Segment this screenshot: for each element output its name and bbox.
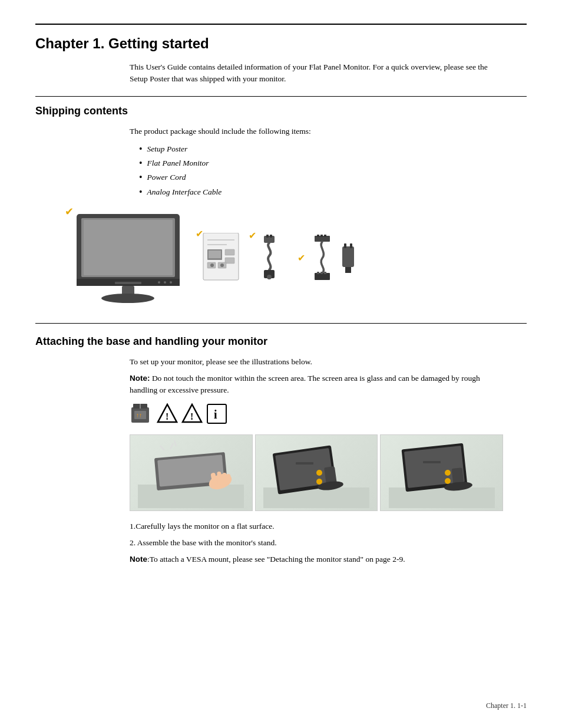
shipping-intro: The product package should include the f… <box>130 126 503 137</box>
note-text: Do not touch the monitor within the scre… <box>130 374 480 394</box>
vesa-note-label: Note <box>130 555 147 564</box>
page-footer: Chapter 1. 1-1 <box>486 701 527 710</box>
warning-triangle-2-icon: ! <box>181 403 203 424</box>
svg-rect-32 <box>320 272 323 274</box>
list-item: Setup Poster <box>139 142 503 156</box>
svg-rect-29 <box>324 235 326 237</box>
svg-rect-67 <box>296 462 313 465</box>
shipping-list: Setup Poster Flat Panel Monitor Power Co… <box>139 142 503 199</box>
attaching-intro: To set up your monitor, please see the i… <box>130 356 503 368</box>
svg-point-6 <box>101 294 154 303</box>
poster-checkbox-icon: ✔ <box>196 228 203 239</box>
powercord-svg <box>253 235 286 282</box>
shipping-heading: Shipping contents <box>35 105 527 117</box>
shipping-illustrations: ✔ <box>71 211 527 305</box>
svg-rect-35 <box>344 243 346 248</box>
svg-rect-75 <box>423 461 441 463</box>
list-item: Flat Panel Monitor <box>139 156 503 170</box>
powercord-group: ✔ <box>253 235 286 282</box>
svg-text:i: i <box>214 408 217 421</box>
attaching-note: Note: Do not touch the monitor within th… <box>130 373 503 397</box>
page: Chapter 1. Getting started This User's G… <box>0 0 562 728</box>
assembly-step2-image <box>255 434 378 511</box>
top-divider <box>35 24 527 25</box>
warning-icons-row: ↑↑ ! ! i <box>130 403 503 425</box>
shipping-content: The product package should include the f… <box>130 126 503 199</box>
vesa-note-text: :To attach a VESA mount, please see "Det… <box>147 555 405 564</box>
step3-svg <box>389 437 495 508</box>
attaching-content: To set up your monitor, please see the i… <box>130 356 503 566</box>
warning-triangle-1-icon: ! <box>157 403 178 424</box>
svg-text:!: ! <box>166 411 168 421</box>
svg-line-59 <box>174 440 176 446</box>
note-label: Note: <box>130 374 150 383</box>
svg-rect-36 <box>350 243 352 248</box>
monitor-illustration: ✔ <box>71 211 189 305</box>
svg-rect-23 <box>270 235 272 238</box>
svg-text:↑↑: ↑↑ <box>136 412 142 419</box>
svg-point-66 <box>316 479 322 485</box>
powercord-checkbox-icon: ✔ <box>249 230 256 241</box>
info-box-icon: i <box>206 403 227 424</box>
assembly-images-row <box>130 434 503 511</box>
svg-point-20 <box>220 263 224 267</box>
shipping-divider <box>35 96 527 97</box>
list-item: Analog Interface Cable <box>139 185 503 199</box>
power-block-svg <box>339 235 357 282</box>
step2-text: 2. Assemble the base with the monitor's … <box>130 537 503 549</box>
svg-rect-14 <box>209 251 221 258</box>
footer-text: Chapter 1. 1-1 <box>486 701 527 710</box>
step2-svg <box>263 437 369 508</box>
svg-rect-27 <box>317 235 319 237</box>
monitor-svg <box>71 211 189 305</box>
chapter-intro: This User's Guide contains detailed info… <box>130 61 503 85</box>
step1-svg <box>138 437 244 508</box>
connector-svg <box>308 235 337 282</box>
assembly-step1-image <box>130 434 253 511</box>
vesa-note: Note:To attach a VESA mount, please see … <box>130 554 503 565</box>
connector-checkbox-icon: ✔ <box>297 252 305 263</box>
poster-group: ✔ <box>200 233 242 283</box>
svg-rect-16 <box>225 258 234 263</box>
attaching-divider <box>35 323 527 324</box>
svg-point-73 <box>445 470 451 476</box>
svg-point-7 <box>158 281 160 284</box>
chapter-title: Chapter 1. Getting started <box>35 35 527 52</box>
step1-text: 1.Carefully lays the monitor on a flat s… <box>130 521 503 532</box>
assembly-step3-image <box>380 434 503 511</box>
svg-line-57 <box>170 443 173 449</box>
step-notes: 1.Carefully lays the monitor on a flat s… <box>130 521 503 566</box>
connector-group: ✔ <box>297 235 357 282</box>
svg-rect-4 <box>115 282 141 284</box>
package-warning-icon: ↑↑ <box>130 403 153 425</box>
svg-point-74 <box>445 478 451 484</box>
svg-rect-68 <box>389 487 495 508</box>
svg-point-25 <box>267 275 272 279</box>
list-item: Power Cord <box>139 170 503 185</box>
attaching-heading: Attaching the base and handling your mon… <box>35 335 527 348</box>
svg-text:!: ! <box>190 411 193 421</box>
monitor-checkbox-icon: ✔ <box>65 205 78 218</box>
svg-rect-15 <box>225 249 234 255</box>
svg-point-65 <box>316 470 322 476</box>
svg-line-58 <box>160 446 164 450</box>
svg-point-19 <box>210 263 214 267</box>
poster-svg <box>200 233 242 283</box>
svg-rect-34 <box>342 246 354 267</box>
svg-rect-33 <box>324 272 326 274</box>
svg-point-9 <box>170 281 172 284</box>
svg-rect-28 <box>320 235 323 237</box>
svg-rect-2 <box>84 220 173 275</box>
svg-rect-49 <box>138 485 244 508</box>
svg-point-8 <box>164 281 166 284</box>
svg-rect-37 <box>345 267 351 273</box>
svg-rect-31 <box>317 272 319 274</box>
svg-rect-22 <box>266 235 269 238</box>
